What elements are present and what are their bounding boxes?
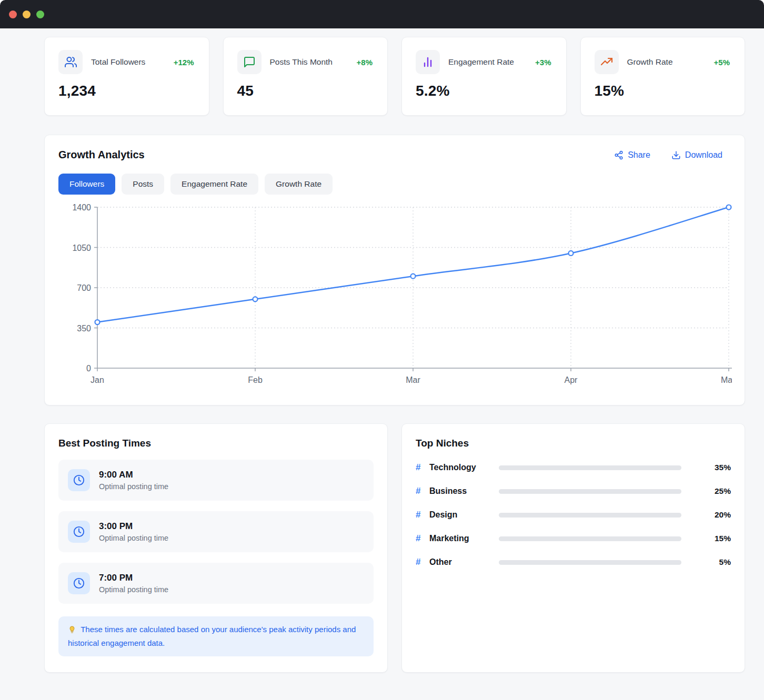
- share-button[interactable]: Share: [614, 150, 650, 160]
- download-button[interactable]: Download: [671, 150, 722, 160]
- stat-value: 1,234: [58, 83, 194, 99]
- window-titlebar: [0, 0, 764, 28]
- stat-value: 45: [237, 83, 373, 99]
- posting-time-item: 3:00 PM Optimal posting time: [58, 511, 374, 552]
- growth-analytics-title: Growth Analytics: [58, 149, 145, 161]
- niche-label: Other: [429, 557, 499, 567]
- hash-icon: #: [416, 462, 429, 473]
- posting-times-note: These times are calculated based on your…: [58, 616, 374, 656]
- lightbulb-icon: [68, 626, 78, 635]
- metric-tabs: Followers Posts Engagement Rate Growth R…: [58, 174, 731, 195]
- niche-percent: 20%: [706, 510, 731, 520]
- hash-icon: #: [416, 486, 429, 496]
- tab-growth-rate[interactable]: Growth Rate: [265, 174, 333, 195]
- svg-text:1050: 1050: [72, 244, 91, 252]
- hash-icon: #: [416, 557, 429, 567]
- svg-text:Mar: Mar: [406, 376, 420, 384]
- stat-value: 5.2%: [416, 83, 551, 99]
- note-text: These times are calculated based on your…: [68, 625, 356, 647]
- posting-time-subtitle: Optimal posting time: [99, 585, 168, 594]
- svg-text:Apr: Apr: [565, 376, 578, 384]
- posting-time-item: 9:00 AM Optimal posting time: [58, 460, 374, 501]
- download-label: Download: [685, 150, 722, 160]
- niche-label: Design: [429, 510, 499, 520]
- clock-icon: [68, 469, 90, 491]
- tab-followers[interactable]: Followers: [58, 174, 115, 195]
- stat-delta: +3%: [535, 58, 551, 67]
- posting-time-item: 7:00 PM Optimal posting time: [58, 563, 374, 604]
- niche-label: Marketing: [429, 534, 499, 543]
- stat-label: Total Followers: [91, 57, 145, 67]
- stat-delta: +12%: [174, 58, 194, 67]
- posting-time: 7:00 PM: [99, 573, 168, 583]
- share-icon: [614, 150, 624, 160]
- niche-percent: 25%: [706, 486, 731, 496]
- trending-up-icon: [595, 50, 619, 74]
- stat-label: Growth Rate: [627, 57, 673, 67]
- niche-progress-bar: [499, 536, 681, 541]
- niche-row-business: # Business 25%: [416, 486, 731, 496]
- stat-value: 15%: [595, 83, 730, 99]
- niche-label: Technology: [429, 463, 499, 472]
- share-label: Share: [628, 150, 650, 160]
- niche-progress-bar: [499, 513, 681, 518]
- best-posting-times-title: Best Posting Times: [58, 438, 374, 449]
- niche-percent: 15%: [706, 534, 731, 543]
- close-window-button[interactable]: [9, 11, 17, 18]
- download-icon: [671, 150, 681, 160]
- niche-row-design: # Design 20%: [416, 510, 731, 520]
- stat-label: Posts This Month: [270, 57, 333, 67]
- svg-text:350: 350: [77, 324, 91, 333]
- niche-progress-bar: [499, 489, 681, 494]
- niche-progress-bar: [499, 560, 681, 565]
- svg-text:700: 700: [77, 283, 91, 292]
- niche-label: Business: [429, 486, 499, 496]
- niche-percent: 35%: [706, 463, 731, 472]
- top-niches-title: Top Niches: [416, 438, 731, 449]
- stats-row: Total Followers +12% 1,234 Posts This Mo…: [44, 37, 745, 116]
- stat-card-posts-this-month: Posts This Month +8% 45: [223, 37, 388, 116]
- hash-icon: #: [416, 533, 429, 544]
- stat-card-engagement-rate: Engagement Rate +3% 5.2%: [401, 37, 567, 116]
- posting-time-subtitle: Optimal posting time: [99, 534, 168, 542]
- tab-engagement-rate[interactable]: Engagement Rate: [170, 174, 258, 195]
- niche-progress-bar: [499, 465, 681, 470]
- followers-line-chart: 035070010501400JanFebMarAprMay: [58, 202, 731, 389]
- zoom-window-button[interactable]: [36, 11, 44, 18]
- niche-row-technology: # Technology 35%: [416, 462, 731, 473]
- best-posting-times-card: Best Posting Times 9:00 AM Optimal posti…: [44, 423, 388, 673]
- svg-text:May: May: [721, 376, 732, 384]
- svg-text:0: 0: [86, 364, 91, 373]
- stat-card-growth-rate: Growth Rate +5% 15%: [580, 37, 746, 116]
- dashboard-content: Total Followers +12% 1,234 Posts This Mo…: [0, 28, 764, 700]
- hash-icon: #: [416, 510, 429, 520]
- clock-icon: [68, 521, 90, 543]
- posting-time: 9:00 AM: [99, 470, 168, 480]
- message-square-icon: [237, 50, 262, 74]
- posting-time: 3:00 PM: [99, 521, 168, 532]
- stat-card-total-followers: Total Followers +12% 1,234: [44, 37, 209, 116]
- svg-text:Feb: Feb: [248, 376, 263, 384]
- minimize-window-button[interactable]: [23, 11, 31, 18]
- stat-delta: +8%: [357, 58, 373, 67]
- top-niches-card: Top Niches # Technology 35% # Business 2…: [401, 423, 745, 673]
- niche-row-marketing: # Marketing 15%: [416, 533, 731, 544]
- clock-icon: [68, 572, 90, 594]
- stat-delta: +5%: [714, 58, 730, 67]
- users-icon: [58, 50, 83, 74]
- posting-time-subtitle: Optimal posting time: [99, 482, 168, 491]
- svg-text:Jan: Jan: [91, 376, 104, 384]
- stat-label: Engagement Rate: [448, 57, 514, 67]
- bar-chart-icon: [416, 50, 440, 74]
- growth-analytics-card: Growth Analytics Share: [44, 135, 745, 405]
- niche-row-other: # Other 5%: [416, 557, 731, 567]
- niche-percent: 5%: [706, 557, 731, 567]
- svg-text:1400: 1400: [72, 203, 91, 212]
- tab-posts[interactable]: Posts: [122, 174, 164, 195]
